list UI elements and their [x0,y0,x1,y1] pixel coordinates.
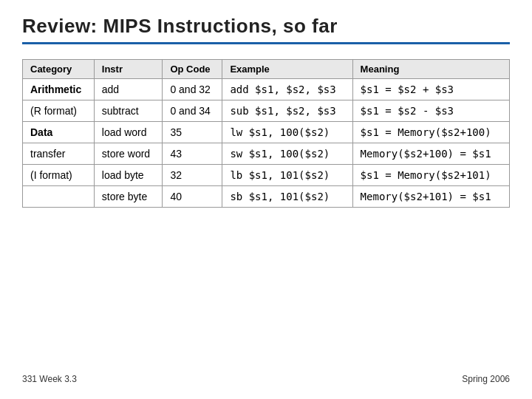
title-section: Review: MIPS Instructions, so far [22,15,510,44]
cell-opcode: 0 and 32 [163,79,222,100]
cell-instr: load byte [94,165,163,186]
table-row: store byte40sb $s1, 101($s2)Memory($s2+1… [23,186,510,208]
cell-instr: subtract [94,100,163,122]
cell-meaning: $s1 = $s2 - $s3 [352,100,509,122]
cell-opcode: 40 [163,186,222,208]
table-row: transferstore word43sw $s1, 100($s2)Memo… [23,143,510,165]
cell-category: Data [23,122,95,143]
page-container: Review: MIPS Instructions, so far Catego… [0,0,532,399]
footer: 331 Week 3.3 Spring 2006 [22,366,510,384]
cell-example: sw $s1, 100($s2) [222,143,352,165]
cell-category: Arithmetic [23,79,95,100]
cell-opcode: 32 [163,165,222,186]
page-title: Review: MIPS Instructions, so far [22,15,338,37]
table-header-row: Category Instr Op Code Example Meaning [23,60,510,79]
cell-meaning: $s1 = $s2 + $s3 [352,79,509,100]
cell-category: transfer [23,143,95,165]
col-header-opcode: Op Code [163,60,222,79]
cell-example: lb $s1, 101($s2) [222,165,352,186]
instruction-table: Category Instr Op Code Example Meaning A… [22,59,510,208]
table-row: Arithmeticadd0 and 32add $s1, $s2, $s3$s… [23,79,510,100]
cell-example: lw $s1, 100($s2) [222,122,352,143]
cell-instr: store byte [94,186,163,208]
cell-opcode: 35 [163,122,222,143]
cell-opcode: 43 [163,143,222,165]
col-header-category: Category [23,60,95,79]
table-wrapper: Category Instr Op Code Example Meaning A… [22,59,510,366]
cell-example: sub $s1, $s2, $s3 [222,100,352,122]
cell-example: add $s1, $s2, $s3 [222,79,352,100]
cell-category: (R format) [23,100,95,122]
cell-instr: store word [94,143,163,165]
col-header-example: Example [222,60,352,79]
table-row: (R format)subtract0 and 34sub $s1, $s2, … [23,100,510,122]
cell-opcode: 0 and 34 [163,100,222,122]
cell-meaning: $s1 = Memory($s2+100) [352,122,509,143]
table-row: Dataload word35lw $s1, 100($s2)$s1 = Mem… [23,122,510,143]
footer-left: 331 Week 3.3 [22,374,77,384]
cell-meaning: Memory($s2+101) = $s1 [352,186,509,208]
cell-meaning: $s1 = Memory($s2+101) [352,165,509,186]
col-header-meaning: Meaning [352,60,509,79]
col-header-instr: Instr [94,60,163,79]
table-row: (I format)load byte32lb $s1, 101($s2)$s1… [23,165,510,186]
cell-instr: load word [94,122,163,143]
cell-meaning: Memory($s2+100) = $s1 [352,143,509,165]
cell-example: sb $s1, 101($s2) [222,186,352,208]
cell-category: (I format) [23,165,95,186]
footer-right: Spring 2006 [462,374,510,384]
cell-instr: add [94,79,163,100]
cell-category [23,186,95,208]
